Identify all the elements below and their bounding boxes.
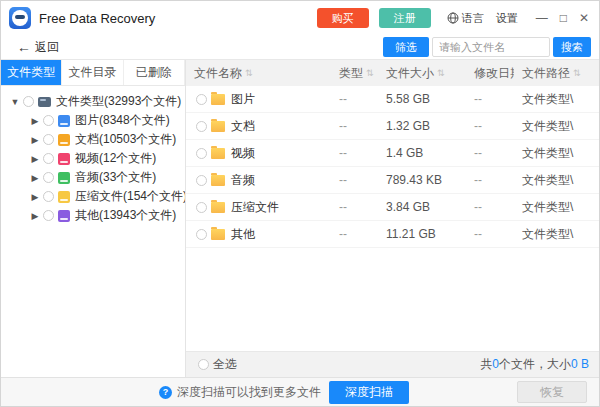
deep-scan-hint-text: 深度扫描可以找到更多文件 bbox=[177, 384, 321, 401]
table-row[interactable]: 视频 -- 1.4 GB -- 文件类型\ bbox=[186, 140, 599, 167]
caret-right-icon[interactable]: ▶ bbox=[29, 135, 41, 145]
search-input[interactable] bbox=[432, 37, 550, 57]
caret-right-icon[interactable]: ▶ bbox=[29, 192, 41, 202]
row-name: 文档 bbox=[231, 118, 255, 135]
select-all-checkbox[interactable]: 全选 bbox=[196, 356, 237, 373]
tree-node-label: 视频(12个文件) bbox=[75, 150, 156, 167]
table-row[interactable]: 文档 -- 1.32 GB -- 文件类型\ bbox=[186, 113, 599, 140]
row-checkbox[interactable] bbox=[196, 148, 207, 159]
table-body: 图片 -- 5.58 GB -- 文件类型\ 文档 -- 1.32 GB -- bbox=[186, 86, 599, 351]
tree-node-label: 文档(10503个文件) bbox=[75, 131, 176, 148]
tree-node-root[interactable]: ▼ 文件类型(32993个文件) bbox=[1, 92, 185, 111]
tab-file-directory[interactable]: 文件目录 bbox=[62, 60, 123, 85]
maximize-icon[interactable]: □ bbox=[560, 12, 567, 24]
caret-right-icon[interactable]: ▶ bbox=[29, 154, 41, 164]
row-name: 压缩文件 bbox=[231, 199, 279, 216]
row-type: -- bbox=[331, 200, 378, 214]
drive-icon bbox=[38, 97, 51, 107]
row-path: 文件类型\ bbox=[514, 118, 599, 135]
row-checkbox[interactable] bbox=[196, 175, 207, 186]
window-controls: — □ ✕ bbox=[536, 12, 589, 24]
globe-icon bbox=[447, 12, 459, 24]
row-date: -- bbox=[466, 92, 514, 106]
row-size: 1.4 GB bbox=[378, 146, 466, 160]
row-name: 视频 bbox=[231, 145, 255, 162]
row-checkbox[interactable] bbox=[196, 94, 207, 105]
tree-node-documents[interactable]: ▶ 文档(10503个文件) bbox=[1, 130, 185, 149]
row-checkbox[interactable] bbox=[196, 229, 207, 240]
column-header-date[interactable]: 修改日期 ⇅ bbox=[466, 65, 514, 82]
app-window: Free Data Recovery 购买 注册 语言 设置 — □ ✕ ← 返… bbox=[0, 0, 600, 407]
tree-node-archives[interactable]: ▶ 压缩文件(154个文件) bbox=[1, 187, 185, 206]
caret-down-icon[interactable]: ▼ bbox=[9, 97, 21, 107]
select-all-radio-icon[interactable] bbox=[198, 359, 209, 370]
table-row[interactable]: 压缩文件 -- 3.84 GB -- 文件类型\ bbox=[186, 194, 599, 221]
filter-button[interactable]: 筛选 bbox=[383, 37, 429, 57]
archive-category-icon bbox=[58, 191, 70, 203]
row-date: -- bbox=[466, 119, 514, 133]
row-size: 11.21 GB bbox=[378, 227, 466, 241]
column-header-name[interactable]: 文件名称 ⇅ bbox=[186, 65, 331, 82]
sidebar-tabs: 文件类型 文件目录 已删除 bbox=[1, 60, 185, 86]
tree-node-images[interactable]: ▶ 图片(8348个文件) bbox=[1, 111, 185, 130]
column-header-type[interactable]: 类型 ⇅ bbox=[331, 65, 378, 82]
content-area: 文件类型 文件目录 已删除 ▼ 文件类型(32993个文件) ▶ 图片(8348… bbox=[1, 59, 599, 377]
tree-root-checkbox[interactable] bbox=[23, 96, 34, 107]
row-path: 文件类型\ bbox=[514, 172, 599, 189]
tab-deleted[interactable]: 已删除 bbox=[124, 60, 185, 85]
folder-icon bbox=[211, 121, 225, 132]
document-category-icon bbox=[58, 134, 70, 146]
question-icon: ? bbox=[159, 386, 172, 399]
selected-size: 0 B bbox=[571, 357, 589, 371]
sort-icon[interactable]: ⇅ bbox=[245, 68, 253, 78]
other-category-icon bbox=[58, 210, 70, 222]
recover-button[interactable]: 恢复 bbox=[517, 381, 587, 403]
tree-item-checkbox[interactable] bbox=[43, 115, 54, 126]
app-logo-icon bbox=[9, 7, 31, 29]
deep-scan-hint: ? 深度扫描可以找到更多文件 bbox=[159, 384, 321, 401]
sort-icon[interactable]: ⇅ bbox=[573, 68, 581, 78]
row-checkbox[interactable] bbox=[196, 202, 207, 213]
register-button[interactable]: 注册 bbox=[379, 8, 431, 28]
tree-item-checkbox[interactable] bbox=[43, 134, 54, 145]
folder-icon bbox=[211, 175, 225, 186]
table-row[interactable]: 其他 -- 11.21 GB -- 文件类型\ bbox=[186, 221, 599, 248]
file-table: 文件名称 ⇅ 类型 ⇅ 文件大小 ⇅ 修改日期 ⇅ 文件路径 ⇅ bbox=[186, 60, 599, 377]
sidebar: 文件类型 文件目录 已删除 ▼ 文件类型(32993个文件) ▶ 图片(8348… bbox=[1, 60, 186, 377]
buy-button[interactable]: 购买 bbox=[317, 8, 369, 28]
tree-node-audio[interactable]: ▶ 音频(33个文件) bbox=[1, 168, 185, 187]
row-size: 3.84 GB bbox=[378, 200, 466, 214]
tree-node-videos[interactable]: ▶ 视频(12个文件) bbox=[1, 149, 185, 168]
caret-right-icon[interactable]: ▶ bbox=[29, 173, 41, 183]
settings-label: 设置 bbox=[496, 11, 518, 26]
close-icon[interactable]: ✕ bbox=[579, 12, 589, 24]
table-row[interactable]: 图片 -- 5.58 GB -- 文件类型\ bbox=[186, 86, 599, 113]
language-button[interactable]: 语言 bbox=[447, 11, 484, 26]
row-path: 文件类型\ bbox=[514, 145, 599, 162]
minimize-icon[interactable]: — bbox=[536, 12, 548, 24]
tree-item-checkbox[interactable] bbox=[43, 172, 54, 183]
search-button[interactable]: 搜索 bbox=[553, 37, 591, 57]
tree-item-checkbox[interactable] bbox=[43, 191, 54, 202]
caret-right-icon[interactable]: ▶ bbox=[29, 116, 41, 126]
column-header-path[interactable]: 文件路径 ⇅ bbox=[514, 65, 599, 82]
row-path: 文件类型\ bbox=[514, 91, 599, 108]
deep-scan-button[interactable]: 深度扫描 bbox=[329, 381, 409, 404]
sort-icon[interactable]: ⇅ bbox=[437, 68, 445, 78]
tree-item-checkbox[interactable] bbox=[43, 153, 54, 164]
row-date: -- bbox=[466, 200, 514, 214]
tree-node-other[interactable]: ▶ 其他(13943个文件) bbox=[1, 206, 185, 225]
tree-node-label: 图片(8348个文件) bbox=[75, 112, 170, 129]
row-checkbox[interactable] bbox=[196, 121, 207, 132]
tree-node-label: 其他(13943个文件) bbox=[75, 207, 176, 224]
back-button[interactable]: ← 返回 bbox=[17, 39, 59, 56]
video-category-icon bbox=[58, 153, 70, 165]
column-header-size[interactable]: 文件大小 ⇅ bbox=[378, 65, 466, 82]
sort-icon[interactable]: ⇅ bbox=[366, 68, 374, 78]
tab-file-type[interactable]: 文件类型 bbox=[1, 60, 62, 85]
caret-right-icon[interactable]: ▶ bbox=[29, 211, 41, 221]
table-row[interactable]: 音频 -- 789.43 KB -- 文件类型\ bbox=[186, 167, 599, 194]
folder-icon bbox=[211, 202, 225, 213]
settings-button[interactable]: 设置 bbox=[496, 11, 518, 26]
tree-item-checkbox[interactable] bbox=[43, 210, 54, 221]
